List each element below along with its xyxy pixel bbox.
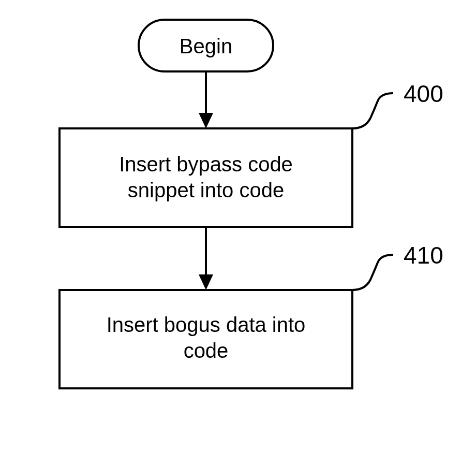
step1-callout: 400 xyxy=(352,80,443,128)
svg-rect-3 xyxy=(60,128,352,227)
step2-line2: code xyxy=(184,339,229,362)
arrow-start-to-step1 xyxy=(199,71,213,128)
step2-callout: 410 xyxy=(352,242,443,290)
step1-ref: 400 xyxy=(404,80,443,107)
step2-node: Insert bogus data into code xyxy=(60,290,352,388)
step2-ref: 410 xyxy=(404,242,443,269)
step1-line1: Insert bypass code xyxy=(119,153,293,176)
flowchart-diagram: Begin Insert bypass code snippet into co… xyxy=(0,0,476,450)
step1-node: Insert bypass code snippet into code xyxy=(60,128,352,227)
start-node: Begin xyxy=(139,20,273,71)
step2-line1: Insert bogus data into xyxy=(107,313,306,336)
svg-marker-2 xyxy=(199,113,213,128)
svg-marker-5 xyxy=(199,274,213,290)
start-label: Begin xyxy=(180,35,232,57)
arrow-step1-to-step2 xyxy=(199,227,213,290)
step1-line2: snippet into code xyxy=(128,179,284,201)
